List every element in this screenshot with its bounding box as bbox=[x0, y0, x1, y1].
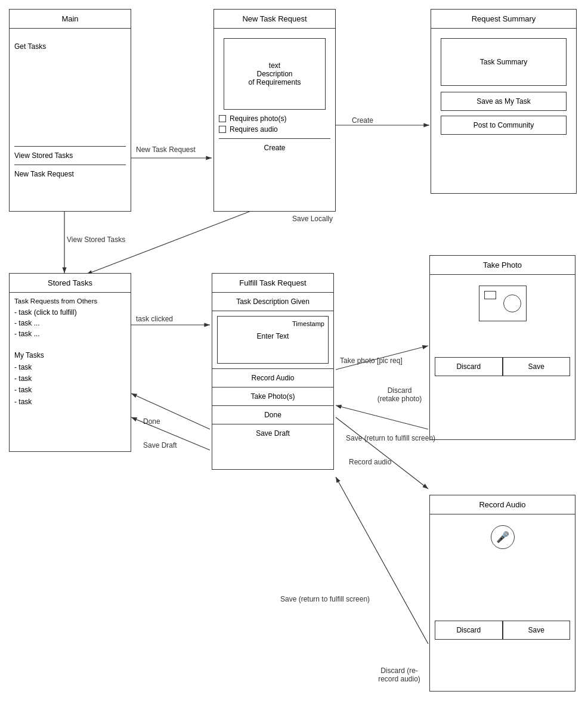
discard-audio-btn[interactable]: Discard bbox=[435, 621, 503, 640]
save-my-task-btn[interactable]: Save as My Task bbox=[441, 92, 567, 111]
photo-action-buttons: Discard Save bbox=[435, 357, 570, 376]
take-photo-box: Take Photo Discard Save bbox=[429, 255, 575, 440]
checkbox-area: Requires photo(s) Requires audio bbox=[219, 114, 330, 134]
fulfill-title: Fulfill Task Request bbox=[212, 274, 333, 293]
svg-line-10 bbox=[336, 417, 428, 489]
task-summary-box: Task Summary bbox=[441, 38, 567, 86]
arrow-view-stored: View Stored Tasks bbox=[67, 235, 125, 244]
stored-tasks-content: Task Requests from Others - task (click … bbox=[10, 293, 131, 413]
audio-action-buttons: Discard Save bbox=[435, 621, 570, 640]
text-entry-area[interactable]: Timestamp Enter Text bbox=[217, 316, 329, 364]
arrow-discard-retake: Discard (retake photo) bbox=[376, 386, 423, 403]
checkbox-photo-row: Requires photo(s) bbox=[219, 114, 330, 123]
task-requests-items[interactable]: - task (click to fulfill)- task ...- tas… bbox=[14, 307, 126, 339]
take-photo-content: Discard Save bbox=[430, 275, 575, 381]
save-audio-btn[interactable]: Save bbox=[503, 621, 571, 640]
checkbox-audio[interactable] bbox=[219, 126, 226, 133]
timestamp-label: Timestamp bbox=[221, 320, 324, 327]
desc-given: Task Description Given bbox=[212, 293, 333, 311]
take-photo-title: Take Photo bbox=[430, 256, 575, 275]
fulfill-content: Task Description Given Timestamp Enter T… bbox=[212, 293, 333, 442]
arrow-new-task-request: New Task Request bbox=[136, 145, 196, 154]
arrow-done: Done bbox=[143, 417, 160, 426]
new-task-request-box: New Task Request text Descriptionof Requ… bbox=[213, 9, 336, 212]
camera-preview bbox=[479, 286, 527, 321]
get-tasks-label[interactable]: Get Tasks bbox=[14, 33, 126, 86]
main-content: Get Tasks View Stored Tasks New Task Req… bbox=[10, 29, 131, 188]
text-label: text bbox=[269, 61, 280, 70]
arrow-create: Create bbox=[352, 116, 373, 125]
request-summary-title: Request Summary bbox=[431, 10, 576, 29]
arrow-discard-rerecord: Discard (re-record audio) bbox=[374, 666, 425, 683]
record-audio-content: 🎤 Discard Save bbox=[430, 514, 575, 644]
task-requests-header: Task Requests from Others bbox=[14, 297, 126, 305]
discard-photo-btn[interactable]: Discard bbox=[435, 357, 503, 376]
arrow-task-clicked: task clicked bbox=[136, 315, 173, 323]
checkbox-photo-label: Requires photo(s) bbox=[230, 114, 286, 123]
done-btn[interactable]: Done bbox=[212, 406, 333, 424]
save-photo-btn[interactable]: Save bbox=[503, 357, 571, 376]
checkbox-audio-label: Requires audio bbox=[230, 125, 278, 134]
new-task-title: New Task Request bbox=[214, 10, 335, 29]
arrow-record-audio: Record audio bbox=[349, 458, 391, 466]
view-stored-label[interactable]: View Stored Tasks bbox=[14, 146, 126, 165]
new-task-content: text Descriptionof Requirements Requires… bbox=[214, 29, 335, 157]
svg-line-7 bbox=[336, 405, 428, 429]
arrow-save-return-audio: Save (return to fulfill screen) bbox=[280, 595, 370, 603]
main-title: Main bbox=[10, 10, 131, 29]
record-audio-btn[interactable]: Record Audio bbox=[212, 368, 333, 387]
arrow-save-locally: Save Locally bbox=[292, 215, 333, 223]
record-audio-box: Record Audio 🎤 Discard Save bbox=[429, 495, 575, 692]
take-photos-btn[interactable]: Take Photo(s) bbox=[212, 387, 333, 406]
new-task-label[interactable]: New Task Request bbox=[14, 165, 126, 183]
description-label: Descriptionof Requirements bbox=[248, 70, 301, 86]
enter-text-label: Enter Text bbox=[221, 327, 324, 340]
arrow-save-draft: Save Draft bbox=[143, 441, 177, 449]
checkbox-photo[interactable] bbox=[219, 115, 226, 122]
arrow-take-photo: Take photo [pic req] bbox=[340, 356, 403, 365]
arrow-save-return-photo: Save (return to fulfill screen) bbox=[346, 434, 435, 442]
record-audio-title: Record Audio bbox=[430, 495, 575, 514]
request-summary-content: Task Summary Save as My Task Post to Com… bbox=[431, 29, 576, 144]
stored-tasks-box: Stored Tasks Task Requests from Others -… bbox=[9, 273, 131, 452]
create-btn[interactable]: Create bbox=[219, 138, 330, 152]
camera-viewfinder bbox=[484, 291, 496, 299]
request-summary-box: Request Summary Task Summary Save as My … bbox=[431, 9, 577, 194]
post-community-btn[interactable]: Post to Community bbox=[441, 116, 567, 135]
description-area[interactable]: text Descriptionof Requirements bbox=[224, 38, 326, 110]
task-summary-label: Task Summary bbox=[480, 58, 527, 66]
my-tasks-header: My Tasks bbox=[14, 351, 126, 359]
svg-line-11 bbox=[336, 477, 428, 644]
fulfill-box: Fulfill Task Request Task Description Gi… bbox=[212, 273, 334, 470]
my-tasks-items[interactable]: - task- task- task- task bbox=[14, 362, 126, 408]
camera-lens bbox=[503, 294, 521, 312]
diagram-container: Main Get Tasks View Stored Tasks New Tas… bbox=[0, 0, 588, 710]
main-box: Main Get Tasks View Stored Tasks New Tas… bbox=[9, 9, 131, 212]
stored-tasks-title: Stored Tasks bbox=[10, 274, 131, 293]
mic-icon: 🎤 bbox=[491, 525, 515, 549]
save-draft-btn[interactable]: Save Draft bbox=[212, 424, 333, 442]
checkbox-audio-row: Requires audio bbox=[219, 125, 330, 134]
